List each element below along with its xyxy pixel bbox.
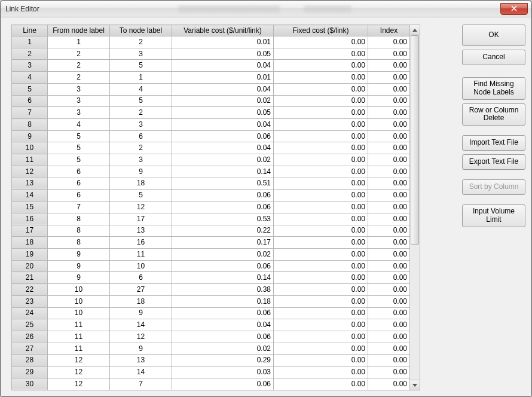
row-header[interactable]: 4: [12, 72, 48, 84]
cell-varcost[interactable]: 0.14: [172, 272, 274, 284]
row-header[interactable]: 21: [12, 272, 48, 284]
cell-fixedcost[interactable]: 0.00: [274, 331, 368, 343]
table-row[interactable]: 178130.220.000.00: [12, 225, 410, 237]
cell-fixedcost[interactable]: 0.00: [274, 48, 368, 60]
table-row[interactable]: 5340.040.000.00: [12, 83, 410, 95]
col-header-line[interactable]: Line: [12, 25, 48, 36]
cell-from[interactable]: 6: [48, 190, 110, 201]
cell-index[interactable]: 0.00: [368, 154, 410, 166]
row-header[interactable]: 2: [12, 48, 48, 60]
cell-fixedcost[interactable]: 0.00: [274, 237, 368, 249]
cancel-button[interactable]: Cancel: [462, 50, 525, 65]
table-row[interactable]: 301270.060.000.00: [12, 378, 410, 390]
cell-to[interactable]: 4: [110, 83, 172, 95]
cell-fixedcost[interactable]: 0.00: [274, 248, 368, 260]
cell-varcost[interactable]: 0.06: [172, 260, 274, 272]
cell-from[interactable]: 7: [48, 201, 110, 213]
col-header-from[interactable]: From node label: [48, 25, 110, 36]
cell-fixedcost[interactable]: 0.00: [274, 260, 368, 272]
cell-varcost[interactable]: 0.04: [172, 60, 274, 72]
cell-fixedcost[interactable]: 0.00: [274, 201, 368, 213]
cell-varcost[interactable]: 0.04: [172, 119, 274, 131]
row-header[interactable]: 28: [12, 355, 48, 367]
cell-to[interactable]: 16: [110, 237, 172, 249]
cell-to[interactable]: 3: [110, 119, 172, 131]
cell-to[interactable]: 1: [110, 72, 172, 84]
table-row[interactable]: 2310180.180.000.00: [12, 295, 410, 307]
table-row[interactable]: 2812130.290.000.00: [12, 355, 410, 367]
cell-varcost[interactable]: 0.06: [172, 201, 274, 213]
cell-from[interactable]: 3: [48, 95, 110, 107]
scroll-track[interactable]: [410, 35, 420, 380]
table-row[interactable]: 14650.060.000.00: [12, 190, 410, 201]
cell-to[interactable]: 18: [110, 295, 172, 307]
cell-index[interactable]: 0.00: [368, 178, 410, 190]
cell-varcost[interactable]: 0.51: [172, 178, 274, 190]
table-row[interactable]: 188160.170.000.00: [12, 237, 410, 249]
cell-varcost[interactable]: 0.02: [172, 248, 274, 260]
scroll-down-button[interactable]: [410, 380, 420, 390]
cell-from[interactable]: 8: [48, 213, 110, 225]
row-header[interactable]: 10: [12, 142, 48, 154]
row-header[interactable]: 8: [12, 119, 48, 131]
cell-fixedcost[interactable]: 0.00: [274, 272, 368, 284]
table-row[interactable]: 8430.040.000.00: [12, 119, 410, 131]
cell-index[interactable]: 0.00: [368, 331, 410, 343]
cell-from[interactable]: 2: [48, 48, 110, 60]
cell-fixedcost[interactable]: 0.00: [274, 355, 368, 367]
table-row[interactable]: 157120.060.000.00: [12, 201, 410, 213]
cell-to[interactable]: 2: [110, 107, 172, 119]
row-header[interactable]: 7: [12, 107, 48, 119]
cell-to[interactable]: 14: [110, 319, 172, 331]
row-header[interactable]: 19: [12, 248, 48, 260]
find-missing-labels-button[interactable]: Find Missing Node Labels: [462, 77, 525, 100]
cell-to[interactable]: 13: [110, 355, 172, 367]
col-header-var[interactable]: Variable cost ($/unit/link): [172, 25, 274, 36]
table-row[interactable]: 11530.020.000.00: [12, 154, 410, 166]
cell-index[interactable]: 0.00: [368, 213, 410, 225]
cell-from[interactable]: 10: [48, 307, 110, 319]
cell-to[interactable]: 3: [110, 48, 172, 60]
cell-from[interactable]: 11: [48, 331, 110, 343]
cell-index[interactable]: 0.00: [368, 319, 410, 331]
cell-fixedcost[interactable]: 0.00: [274, 154, 368, 166]
cell-fixedcost[interactable]: 0.00: [274, 95, 368, 107]
cell-index[interactable]: 0.00: [368, 95, 410, 107]
cell-to[interactable]: 12: [110, 331, 172, 343]
cell-to[interactable]: 2: [110, 142, 172, 154]
cell-fixedcost[interactable]: 0.00: [274, 225, 368, 237]
row-header[interactable]: 9: [12, 130, 48, 142]
cell-fixedcost[interactable]: 0.00: [274, 36, 368, 48]
input-volume-limit-button[interactable]: Input Volume Limit: [462, 204, 525, 227]
cell-fixedcost[interactable]: 0.00: [274, 307, 368, 319]
cell-fixedcost[interactable]: 0.00: [274, 83, 368, 95]
cell-varcost[interactable]: 0.53: [172, 213, 274, 225]
cell-varcost[interactable]: 0.38: [172, 284, 274, 296]
cell-index[interactable]: 0.00: [368, 272, 410, 284]
table-row[interactable]: 241090.060.000.00: [12, 307, 410, 319]
cell-from[interactable]: 4: [48, 119, 110, 131]
cell-varcost[interactable]: 0.22: [172, 225, 274, 237]
cell-from[interactable]: 6: [48, 178, 110, 190]
cell-to[interactable]: 2: [110, 36, 172, 48]
cell-fixedcost[interactable]: 0.00: [274, 213, 368, 225]
cell-from[interactable]: 8: [48, 225, 110, 237]
table-row[interactable]: 7320.050.000.00: [12, 107, 410, 119]
table-row[interactable]: 2611120.060.000.00: [12, 331, 410, 343]
table-row[interactable]: 168170.530.000.00: [12, 213, 410, 225]
cell-from[interactable]: 3: [48, 107, 110, 119]
row-header[interactable]: 6: [12, 95, 48, 107]
cell-varcost[interactable]: 0.05: [172, 48, 274, 60]
cell-index[interactable]: 0.00: [368, 367, 410, 378]
cell-from[interactable]: 9: [48, 248, 110, 260]
table-row[interactable]: 6350.020.000.00: [12, 95, 410, 107]
cell-from[interactable]: 5: [48, 154, 110, 166]
cell-to[interactable]: 11: [110, 248, 172, 260]
cell-index[interactable]: 0.00: [368, 307, 410, 319]
cell-from[interactable]: 10: [48, 295, 110, 307]
cell-varcost[interactable]: 0.18: [172, 295, 274, 307]
col-header-index[interactable]: Index: [368, 25, 410, 36]
cell-index[interactable]: 0.00: [368, 355, 410, 367]
export-text-file-button[interactable]: Export Text File: [462, 154, 525, 170]
cell-index[interactable]: 0.00: [368, 107, 410, 119]
